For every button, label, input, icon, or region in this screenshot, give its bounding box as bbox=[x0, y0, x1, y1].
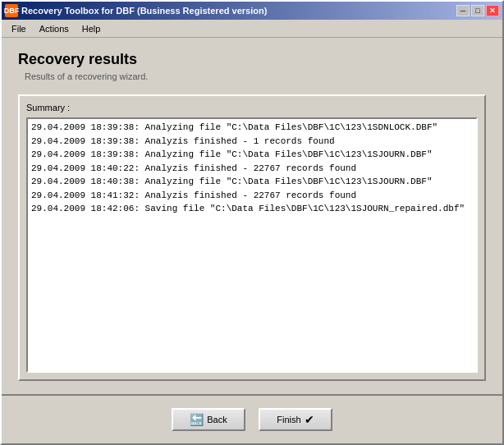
window-controls: ─ □ ✕ bbox=[456, 5, 499, 16]
log-line: 29.04.2009 18:40:38: Analyzing file "C:\… bbox=[31, 175, 473, 189]
log-line: 29.04.2009 18:40:22: Analyzis finished -… bbox=[31, 162, 473, 176]
log-line: 29.04.2009 18:39:38: Analyzing file "C:\… bbox=[31, 148, 473, 162]
app-icon: DBF bbox=[5, 4, 18, 17]
maximize-button[interactable]: □ bbox=[471, 5, 484, 16]
back-icon: 🔙 bbox=[190, 413, 204, 426]
back-label: Back bbox=[207, 415, 227, 424]
back-button[interactable]: 🔙 Back bbox=[172, 408, 245, 431]
window-title: Recovery Toolbox for DBF (Business Regis… bbox=[21, 6, 456, 16]
menu-bar: File Actions Help bbox=[2, 20, 502, 38]
main-window: DBF Recovery Toolbox for DBF (Business R… bbox=[0, 0, 504, 445]
finish-label: Finish bbox=[277, 415, 300, 424]
minimize-button[interactable]: ─ bbox=[456, 5, 470, 16]
log-line: 29.04.2009 18:39:38: Analyzis finished -… bbox=[31, 135, 473, 149]
menu-file[interactable]: File bbox=[5, 22, 33, 35]
summary-label: Summary : bbox=[26, 103, 478, 112]
finish-icon: ✔ bbox=[305, 413, 314, 426]
page-title: Recovery results bbox=[18, 51, 486, 68]
log-line: 29.04.2009 18:39:38: Analyzing file "C:\… bbox=[31, 121, 473, 135]
footer: 🔙 Back Finish ✔ bbox=[2, 394, 502, 443]
close-button[interactable]: ✕ bbox=[486, 5, 499, 16]
finish-button[interactable]: Finish ✔ bbox=[259, 408, 332, 431]
menu-actions[interactable]: Actions bbox=[33, 22, 76, 35]
log-line: 29.04.2009 18:42:06: Saving file "C:\Dat… bbox=[31, 202, 473, 216]
menu-help[interactable]: Help bbox=[76, 22, 108, 35]
main-content: Recovery results Results of a recovering… bbox=[2, 38, 502, 394]
log-box[interactable]: 29.04.2009 18:39:38: Analyzing file "C:\… bbox=[26, 117, 478, 373]
title-bar: DBF Recovery Toolbox for DBF (Business R… bbox=[2, 2, 502, 20]
log-line: 29.04.2009 18:41:32: Analyzis finished -… bbox=[31, 189, 473, 203]
page-subtitle: Results of a recovering wizard. bbox=[25, 71, 486, 81]
summary-panel: Summary : 29.04.2009 18:39:38: Analyzing… bbox=[18, 94, 486, 381]
